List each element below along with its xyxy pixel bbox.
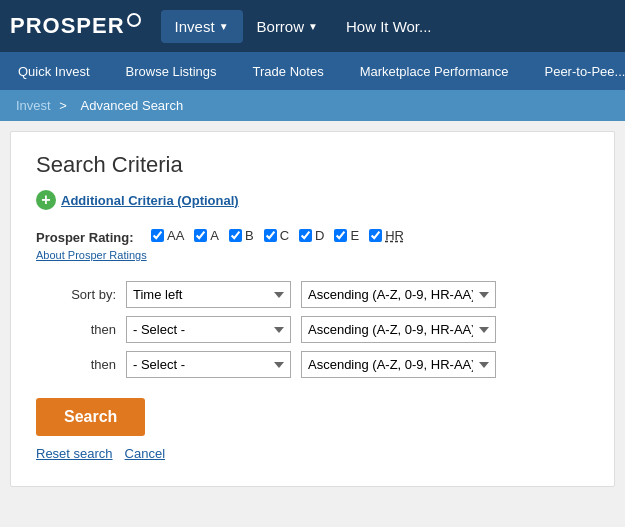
about-ratings-link[interactable]: About Prosper Ratings	[36, 249, 151, 261]
how-it-works-button[interactable]: How It Wor...	[332, 10, 446, 43]
breadcrumb-current: Advanced Search	[81, 98, 184, 113]
rating-checkbox-c[interactable]	[264, 229, 277, 242]
rating-label-b: B	[245, 228, 254, 243]
sort-by-label: Sort by:	[36, 287, 116, 302]
reset-search-link[interactable]: Reset search	[36, 446, 113, 461]
brand-name: PROSPER	[10, 13, 125, 39]
how-it-works-label: How It Wor...	[346, 18, 432, 35]
rating-item-a: A	[194, 228, 219, 243]
prosper-rating-row: Prosper Rating: About Prosper Ratings AA…	[36, 228, 589, 261]
rating-label-aa: AA	[167, 228, 184, 243]
invest-arrow-icon: ▼	[219, 21, 229, 32]
prosper-rating-label: Prosper Rating:	[36, 228, 151, 245]
rating-checkbox-hr[interactable]	[369, 229, 382, 242]
rating-label-hr: HR	[385, 228, 404, 243]
page-title: Search Criteria	[36, 152, 589, 178]
rating-label-col: Prosper Rating: About Prosper Ratings	[36, 228, 151, 261]
sort-then-label-2: then	[36, 357, 116, 372]
bottom-links: Reset search Cancel	[36, 446, 589, 461]
additional-criteria-row: + Additional Criteria (Optional)	[36, 190, 589, 210]
sort-by-select-order[interactable]: Ascending (A-Z, 0-9, HR-AA) Descending (…	[301, 281, 496, 308]
rating-item-hr: HR	[369, 228, 404, 243]
cancel-link[interactable]: Cancel	[125, 446, 165, 461]
rating-label-e: E	[350, 228, 359, 243]
top-nav: PROSPER Invest ▼ Borrow ▼ How It Wor...	[0, 0, 625, 52]
logo: PROSPER	[10, 13, 141, 39]
sidebar-item-browse-listings[interactable]: Browse Listings	[108, 52, 235, 90]
breadcrumb-separator: >	[59, 98, 67, 113]
borrow-button[interactable]: Borrow ▼	[243, 10, 332, 43]
sort-then-2-select-main[interactable]: - Select - Time left Amount Rate Term	[126, 351, 291, 378]
sort-then-1-select-order[interactable]: Ascending (A-Z, 0-9, HR-AA) Descending (…	[301, 316, 496, 343]
rating-checkbox-a[interactable]	[194, 229, 207, 242]
rating-checkbox-d[interactable]	[299, 229, 312, 242]
rating-checkboxes: AA A B C D E H	[151, 228, 404, 243]
plus-icon[interactable]: +	[36, 190, 56, 210]
sidebar-item-peer-to-peer[interactable]: Peer-to-Pee...	[526, 52, 625, 90]
borrow-arrow-icon: ▼	[308, 21, 318, 32]
rating-checkbox-e[interactable]	[334, 229, 347, 242]
sort-by-select-main[interactable]: Time left Amount Rate Term	[126, 281, 291, 308]
sidebar-item-quick-invest[interactable]: Quick Invest	[0, 52, 108, 90]
rating-checkbox-b[interactable]	[229, 229, 242, 242]
rating-checkbox-aa[interactable]	[151, 229, 164, 242]
sort-row-1: Sort by: Time left Amount Rate Term Asce…	[36, 281, 589, 308]
sort-row-2: then - Select - Time left Amount Rate Te…	[36, 316, 589, 343]
sort-then-1-select-main[interactable]: - Select - Time left Amount Rate Term	[126, 316, 291, 343]
sort-then-label-1: then	[36, 322, 116, 337]
rating-label-c: C	[280, 228, 289, 243]
rating-label-a: A	[210, 228, 219, 243]
breadcrumb: Invest > Advanced Search	[0, 90, 625, 121]
sort-row-3: then - Select - Time left Amount Rate Te…	[36, 351, 589, 378]
additional-criteria-link[interactable]: Additional Criteria (Optional)	[61, 193, 239, 208]
breadcrumb-invest-link[interactable]: Invest	[16, 98, 51, 113]
sidebar-item-marketplace-performance[interactable]: Marketplace Performance	[342, 52, 527, 90]
rating-item-d: D	[299, 228, 324, 243]
borrow-label: Borrow	[257, 18, 305, 35]
invest-button[interactable]: Invest ▼	[161, 10, 243, 43]
search-button[interactable]: Search	[36, 398, 145, 436]
rating-item-b: B	[229, 228, 254, 243]
second-nav: Quick Invest Browse Listings Trade Notes…	[0, 52, 625, 90]
rating-label-d: D	[315, 228, 324, 243]
rating-item-c: C	[264, 228, 289, 243]
sort-section: Sort by: Time left Amount Rate Term Asce…	[36, 281, 589, 378]
rating-item-e: E	[334, 228, 359, 243]
sidebar-item-trade-notes[interactable]: Trade Notes	[235, 52, 342, 90]
rating-item-aa: AA	[151, 228, 184, 243]
invest-label: Invest	[175, 18, 215, 35]
sort-then-2-select-order[interactable]: Ascending (A-Z, 0-9, HR-AA) Descending (…	[301, 351, 496, 378]
logo-icon	[127, 13, 141, 27]
main-content: Search Criteria + Additional Criteria (O…	[10, 131, 615, 487]
